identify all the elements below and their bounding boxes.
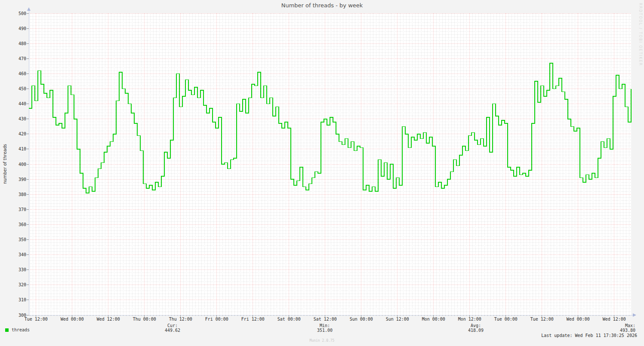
stat-max-value: 493.80 [579, 328, 635, 333]
y-tick-label: 480 [9, 41, 26, 46]
stat-cur-label: Cur: [145, 323, 200, 328]
x-tick-label: Sun 12:00 [382, 317, 413, 322]
y-tick-label: 370 [9, 207, 26, 212]
x-tick-label: Sun 00:00 [346, 317, 377, 322]
x-tick-label: Thu 00:00 [129, 317, 160, 322]
stat-min-value: 351.00 [297, 328, 353, 333]
y-tick-label: 460 [9, 71, 26, 76]
y-tick-label: 420 [9, 132, 26, 136]
y-tick-label: 360 [9, 222, 26, 227]
stat-min-label: Min: [297, 323, 353, 328]
stat-max-label: Max: [579, 323, 635, 328]
y-tick-label: 400 [9, 162, 26, 167]
munin-version-text: Munin 2.0.75 [0, 339, 644, 343]
y-tick-label: 330 [9, 267, 26, 272]
x-tick-label: Sat 12:00 [310, 317, 341, 322]
x-tick-label: Mon 12:00 [454, 317, 485, 322]
series-label: threads [12, 328, 30, 333]
y-tick-label: 350 [9, 237, 26, 242]
x-tick-label: Wed 00:00 [563, 317, 594, 322]
stat-min: Min: 351.00 [297, 323, 353, 333]
y-tick-label: 320 [9, 282, 26, 287]
x-tick-label: Tue 12:00 [527, 317, 558, 322]
x-tick-label: Mon 00:00 [418, 317, 449, 322]
y-tick-label: 500 [9, 11, 26, 16]
y-tick-label: 430 [9, 116, 26, 121]
x-tick-label: Wed 00:00 [57, 317, 88, 322]
y-tick-label: 390 [9, 177, 26, 182]
x-tick-label: Tue 00:00 [490, 317, 521, 322]
y-tick-label: 470 [9, 56, 26, 61]
stat-cur: Cur: 449.62 [145, 323, 200, 333]
x-tick-label: Thu 12:00 [165, 317, 196, 322]
x-tick-label: Fri 12:00 [237, 317, 268, 322]
series-color-swatch-icon [5, 328, 9, 332]
y-tick-label: 450 [9, 86, 26, 91]
stat-avg-value: 418.09 [448, 328, 504, 333]
stat-avg-label: Avg: [448, 323, 504, 328]
y-tick-label: 410 [9, 147, 26, 151]
munin-graph-page: Number of threads - by week number of th… [0, 0, 644, 346]
x-tick-label: Wed 12:00 [93, 317, 124, 322]
y-tick-label: 440 [9, 101, 26, 106]
y-tick-label: 380 [9, 192, 26, 197]
stat-cur-value: 449.62 [145, 328, 200, 333]
y-tick-label: 310 [9, 297, 26, 302]
last-update-text: Last update: Wed Feb 11 17:30:25 2026 [456, 333, 637, 338]
y-tick-label: 340 [9, 252, 26, 257]
stat-avg: Avg: 418.09 [448, 323, 504, 333]
x-tick-label: Wed 12:00 [599, 317, 630, 322]
x-tick-label: Tue 12:00 [21, 317, 52, 322]
y-tick-label: 490 [9, 26, 26, 31]
chart-plot-area [0, 0, 644, 346]
stat-max: Max: 493.80 [579, 323, 635, 333]
x-tick-label: Fri 00:00 [201, 317, 232, 322]
x-tick-label: Sat 00:00 [274, 317, 305, 322]
